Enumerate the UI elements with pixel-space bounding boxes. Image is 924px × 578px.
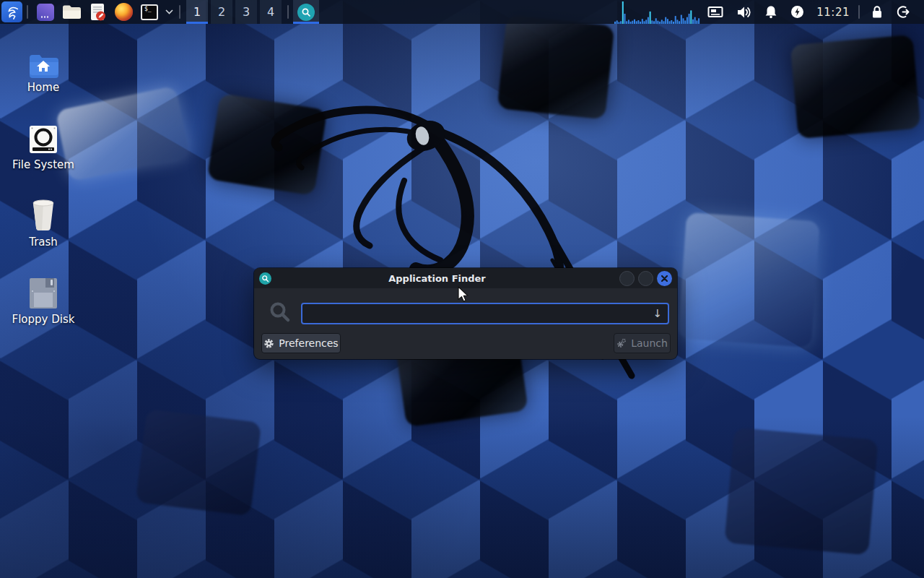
- application-finder-window: Application Finder ↓: [254, 268, 677, 359]
- wallpaper-dark-cube: [136, 409, 262, 517]
- floppy-disk-icon: [28, 272, 58, 310]
- desktop-icon-label: Floppy Disk: [12, 313, 75, 326]
- chevron-down-icon[interactable]: [165, 9, 173, 14]
- panel-separator: [27, 5, 28, 19]
- volume-icon[interactable]: [736, 6, 751, 19]
- panel-separator: [287, 5, 289, 19]
- minimize-button[interactable]: [619, 271, 635, 286]
- logout-icon[interactable]: [897, 5, 910, 19]
- hard-drive-icon: [27, 118, 59, 155]
- application-finder-icon: [259, 272, 271, 285]
- workspace-1[interactable]: 1: [186, 0, 208, 24]
- terminal-icon: $_: [141, 4, 158, 20]
- workspace-3[interactable]: 3: [235, 0, 257, 24]
- desktop-icon-label: File System: [12, 158, 74, 171]
- titlebar[interactable]: Application Finder: [254, 268, 677, 288]
- launcher-desktop-app[interactable]: [36, 3, 55, 22]
- launch-gears-icon: [616, 338, 627, 348]
- wallpaper-glass-cube: [678, 212, 820, 348]
- trash-bucket-icon: [29, 195, 58, 233]
- desktop-icon-floppy-disk[interactable]: Floppy Disk: [6, 272, 81, 326]
- close-icon: [661, 275, 668, 282]
- gear-icon: [263, 338, 274, 349]
- folder-icon: [62, 4, 81, 20]
- desktop-icon-trash[interactable]: Trash: [6, 195, 81, 249]
- workspace-label: 2: [218, 5, 225, 19]
- power-manager-icon[interactable]: [790, 5, 804, 19]
- home-folder-icon: [28, 40, 58, 78]
- launcher-firefox[interactable]: [114, 3, 133, 22]
- window-title: Application Finder: [277, 273, 616, 284]
- launcher-terminal[interactable]: $_: [140, 3, 159, 22]
- desktop-icon-label: Trash: [29, 236, 58, 249]
- search-entry[interactable]: ↓: [301, 303, 669, 324]
- preferences-button[interactable]: Preferences: [261, 333, 341, 353]
- panel-separator: [858, 5, 860, 19]
- workspace-label: 4: [267, 5, 274, 19]
- dropdown-arrow-icon[interactable]: ↓: [647, 309, 668, 319]
- lock-icon[interactable]: [871, 5, 884, 19]
- panel-left: $_ 1 2 3 4: [0, 0, 319, 24]
- close-button[interactable]: [657, 271, 672, 286]
- clock[interactable]: 11:21: [816, 6, 850, 19]
- launcher-file-manager[interactable]: [62, 3, 81, 22]
- desktop-app-icon: [37, 4, 54, 21]
- maximize-button[interactable]: [638, 271, 653, 286]
- search-input[interactable]: [302, 308, 647, 319]
- workspace-label: 1: [193, 5, 201, 19]
- panel-separator: [179, 5, 180, 19]
- workspace-label: 3: [243, 5, 250, 19]
- taskbar-application-finder[interactable]: [293, 0, 319, 24]
- kali-menu-button[interactable]: [1, 1, 22, 22]
- workspace-2[interactable]: 2: [211, 0, 232, 24]
- desktop-icon-label: Home: [27, 81, 59, 94]
- cpu-graph[interactable]: [614, 0, 701, 24]
- desktop-icon-file-system[interactable]: File System: [6, 118, 81, 171]
- text-editor-icon: [89, 3, 106, 22]
- panel-right: 11:21: [614, 0, 924, 24]
- workspace-4[interactable]: 4: [260, 0, 282, 24]
- kali-dragon-icon: [4, 4, 20, 20]
- desktop-icon-home[interactable]: Home: [6, 40, 81, 94]
- top-panel: $_ 1 2 3 4: [0, 0, 924, 24]
- wallpaper-black-cube: [790, 35, 921, 139]
- mouse-cursor: [457, 286, 468, 303]
- firefox-icon: [115, 3, 133, 21]
- launch-label: Launch: [631, 337, 668, 349]
- launch-button[interactable]: Launch: [614, 333, 671, 353]
- notifications-bell-icon[interactable]: [764, 5, 777, 19]
- search-icon: [297, 4, 315, 21]
- kali-dragon-silhouette: [188, 72, 679, 419]
- network-icon[interactable]: [707, 6, 723, 18]
- desktop-screen: Home File System Trash: [0, 0, 924, 578]
- preferences-label: Preferences: [279, 337, 338, 349]
- launcher-text-editor[interactable]: [88, 3, 107, 22]
- wallpaper-dark-cube: [724, 428, 878, 556]
- search-icon: [269, 301, 292, 327]
